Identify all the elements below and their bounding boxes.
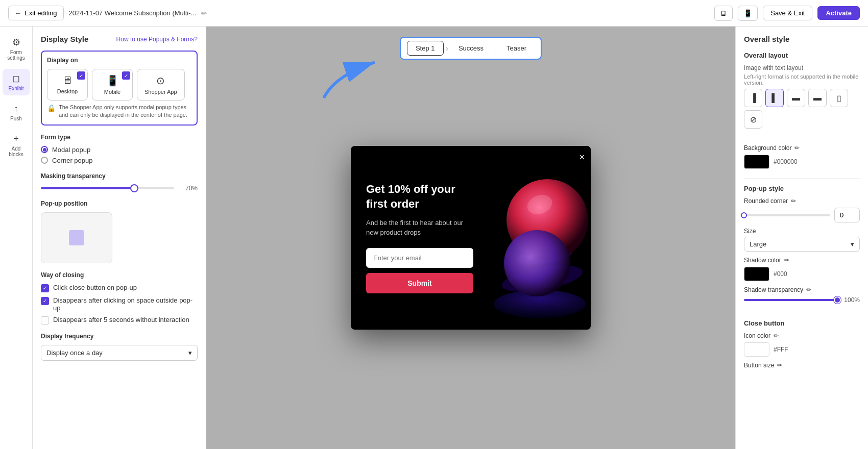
popup-style-title: Pop-up style xyxy=(744,185,860,192)
sidebar-item-label: Exhibit xyxy=(8,86,23,91)
layout-btn-6[interactable]: ⊘ xyxy=(744,110,762,129)
popup-style-section: Pop-up style Rounded corner ✏ Size Large… xyxy=(744,185,860,304)
display-frequency-select[interactable]: Display once a day ▾ xyxy=(41,345,198,361)
step-separator xyxy=(495,42,495,55)
layout-btn-5[interactable]: ▯ xyxy=(830,89,848,107)
annotation-arrow-svg xyxy=(319,57,380,108)
main-layout: ⚙ Form settings ◻ Exhibit ↑ Push + Add b… xyxy=(0,27,868,449)
display-on-desktop[interactable]: ✓ 🖥 Desktop xyxy=(47,69,88,101)
chevron-down-icon: ▾ xyxy=(188,349,192,357)
mobile-icon: 📱 xyxy=(106,74,119,87)
display-on-section: Display on ✓ 🖥 Desktop ✓ 📱 Mobile ⊙ Sh xyxy=(41,51,198,126)
info-icon: 🔒 xyxy=(47,104,56,119)
edit-title-icon[interactable]: ✏ xyxy=(201,9,207,17)
rounded-slider-track[interactable] xyxy=(744,214,830,216)
save-exit-button[interactable]: Save & Exit xyxy=(763,6,812,20)
size-select[interactable]: Large ▾ xyxy=(744,237,860,252)
rounded-corner-input[interactable] xyxy=(834,208,860,222)
tab-success[interactable]: Success xyxy=(450,41,492,55)
page-title: 2024-11-07 Welcome Subscription (Multi-.… xyxy=(69,9,197,17)
corner-popup-radio xyxy=(41,157,48,164)
activate-button[interactable]: Activate xyxy=(817,6,860,20)
way-of-closing-section: Way of closing ✓ Click close button on p… xyxy=(41,271,198,325)
layout-btn-2[interactable]: ▌ xyxy=(765,89,784,107)
right-panel: Overall style Overall layout Image with … xyxy=(735,27,868,449)
popup-position-box[interactable] xyxy=(41,212,112,263)
sidebar-item-form-settings[interactable]: ⚙ Form settings xyxy=(3,33,30,65)
form-type-radio-group: Modal popup Corner popup xyxy=(41,146,198,164)
rounded-corner-slider-row xyxy=(744,208,860,222)
shadow-transparency-slider-row: 100% xyxy=(744,296,860,304)
tab-step1[interactable]: Step 1 xyxy=(407,41,444,56)
layout-btn-4[interactable]: ▬ xyxy=(808,89,827,107)
popup-email-input[interactable] xyxy=(366,248,473,268)
edit-rounded-icon[interactable]: ✏ xyxy=(791,197,796,205)
edit-shadow-transparency-icon[interactable]: ✏ xyxy=(806,286,811,293)
icon-color-row: #FFF xyxy=(744,342,860,357)
popup-image-area xyxy=(489,146,591,330)
way-of-closing-group: ✓ Click close button on pop-up ✓ Disappe… xyxy=(41,284,198,325)
push-icon: ↑ xyxy=(14,104,18,114)
left-panel: Display Style How to use Popups & Forms?… xyxy=(33,27,206,449)
sidebar-item-push[interactable]: ↑ Push xyxy=(3,99,30,126)
masking-slider-fill xyxy=(41,187,134,189)
divider-3 xyxy=(744,313,860,313)
size-text: Size xyxy=(744,228,756,235)
masking-slider-thumb[interactable] xyxy=(130,184,138,192)
disappear-outside-checkbox: ✓ xyxy=(41,297,49,305)
disappear-5sec-label: Disappears after 5 seconds without inter… xyxy=(53,316,189,323)
edit-bg-icon[interactable]: ✏ xyxy=(794,144,800,152)
add-icon: + xyxy=(13,134,19,144)
edit-button-size-icon[interactable]: ✏ xyxy=(777,362,782,369)
svg-point-5 xyxy=(504,230,570,296)
layout-btn-3[interactable]: ▬ xyxy=(787,89,805,107)
icon-sidebar: ⚙ Form settings ◻ Exhibit ↑ Push + Add b… xyxy=(0,27,33,449)
display-on-shopper-app[interactable]: ⊙ Shopper App xyxy=(137,69,185,101)
arrow-annotation xyxy=(319,57,380,110)
how-to-link[interactable]: How to use Popups & Forms? xyxy=(116,36,198,43)
disappear-5sec-option[interactable]: Disappears after 5 seconds without inter… xyxy=(41,316,198,325)
overall-layout-section: Overall layout Image with text layout Le… xyxy=(744,52,860,129)
shadow-transparency-track[interactable] xyxy=(744,299,837,301)
size-chevron-icon: ▾ xyxy=(851,240,854,248)
edit-shadow-icon[interactable]: ✏ xyxy=(784,257,789,264)
desktop-view-button[interactable]: 🖥 xyxy=(714,6,733,21)
popup-close-button[interactable]: × xyxy=(579,152,585,163)
close-btn-option[interactable]: ✓ Click close button on pop-up xyxy=(41,284,198,292)
form-type-section: Form type Modal popup Corner popup xyxy=(41,134,198,164)
exit-label: Exit editing xyxy=(25,9,57,17)
shadow-color-swatch[interactable] xyxy=(744,267,769,281)
popup-subtitle: And be the first to hear about our new p… xyxy=(366,218,473,238)
sidebar-item-add-blocks[interactable]: + Add blocks xyxy=(3,130,30,161)
panel-header: Display Style How to use Popups & Forms? xyxy=(41,35,198,43)
shadow-transparency-thumb[interactable] xyxy=(834,296,841,304)
popup-decorative-image xyxy=(489,146,591,330)
bg-color-swatch[interactable] xyxy=(744,155,769,169)
disappear-outside-label: Disappears after clicking on space outsi… xyxy=(53,296,198,312)
panel-title: Display Style xyxy=(41,35,88,43)
button-size-label: Button size ✏ xyxy=(744,362,860,369)
mobile-label: Mobile xyxy=(104,89,120,95)
right-panel-title: Overall style xyxy=(744,35,860,43)
display-on-label: Display on xyxy=(47,57,191,64)
display-on-mobile[interactable]: ✓ 📱 Mobile xyxy=(92,69,133,101)
disappear-outside-option[interactable]: ✓ Disappears after clicking on space out… xyxy=(41,296,198,312)
corner-popup-option[interactable]: Corner popup xyxy=(41,157,198,164)
rounded-slider-thumb[interactable] xyxy=(741,212,747,218)
disappear-5sec-checkbox xyxy=(41,316,49,325)
canvas: Step 1 › Success Teaser × Get 10% off yo… xyxy=(206,27,735,449)
layout-btn-1[interactable]: ▐ xyxy=(744,89,762,107)
popup-submit-button[interactable]: Submit xyxy=(366,273,473,293)
icon-color-label: Icon color ✏ xyxy=(744,332,860,339)
modal-popup-option[interactable]: Modal popup xyxy=(41,146,198,154)
display-on-grid: ✓ 🖥 Desktop ✓ 📱 Mobile ⊙ Shopper App xyxy=(47,69,191,101)
way-of-closing-label: Way of closing xyxy=(41,271,198,279)
exit-editing-button[interactable]: ← Exit editing xyxy=(8,6,64,20)
icon-color-swatch[interactable] xyxy=(744,342,769,357)
tab-teaser[interactable]: Teaser xyxy=(498,41,535,55)
sidebar-item-exhibit[interactable]: ◻ Exhibit xyxy=(3,69,30,95)
mobile-view-button[interactable]: 📱 xyxy=(738,6,758,21)
masking-slider-track[interactable] xyxy=(41,187,174,189)
divider-1 xyxy=(744,138,860,138)
edit-icon-color-icon[interactable]: ✏ xyxy=(774,332,779,339)
